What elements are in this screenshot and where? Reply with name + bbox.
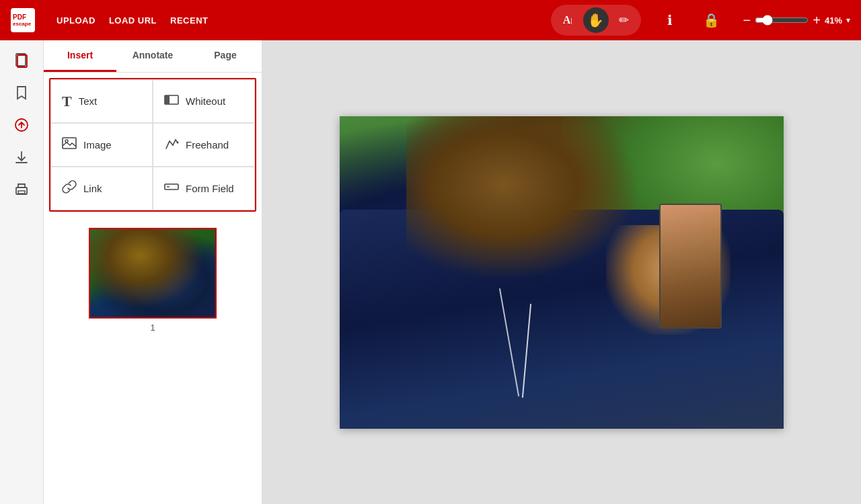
thumbnail-person bbox=[90, 229, 215, 317]
zoom-slider[interactable] bbox=[755, 15, 809, 26]
load-url-link[interactable]: LOAD URL bbox=[109, 15, 157, 26]
tab-annotate[interactable]: Annotate bbox=[116, 40, 189, 72]
sidebar bbox=[0, 40, 44, 504]
form-field-icon bbox=[164, 179, 179, 198]
svg-text:PDF: PDF bbox=[13, 13, 26, 21]
zoom-out-button[interactable]: − bbox=[743, 13, 751, 28]
svg-rect-10 bbox=[63, 138, 76, 149]
page-thumbnail-1[interactable] bbox=[89, 228, 217, 319]
pdf-image bbox=[340, 116, 784, 429]
text-cursor-tool[interactable]: A| bbox=[555, 7, 581, 33]
sidebar-icon-save-online[interactable] bbox=[8, 112, 35, 138]
sidebar-icon-pages[interactable] bbox=[8, 47, 35, 74]
lock-tool[interactable]: 🔒 bbox=[699, 7, 724, 33]
insert-form-field[interactable]: Form Field bbox=[153, 167, 255, 210]
topbar: PDF escape PDFescape UPLOAD LOAD URL REC… bbox=[0, 0, 861, 40]
link-icon bbox=[62, 179, 77, 198]
thumbnail-image bbox=[90, 229, 215, 317]
svg-point-12 bbox=[177, 142, 179, 144]
sidebar-icon-download[interactable] bbox=[8, 144, 35, 171]
insert-link[interactable]: Link bbox=[50, 167, 153, 210]
tool-group: A| ✋ ✏ bbox=[551, 5, 641, 36]
insert-whiteout[interactable]: Whiteout bbox=[153, 79, 255, 123]
insert-link-label: Link bbox=[83, 183, 102, 194]
insert-text-label: Text bbox=[79, 95, 98, 107]
insert-image-label: Image bbox=[83, 139, 112, 151]
upload-link[interactable]: UPLOAD bbox=[57, 15, 96, 26]
zoom-in-button[interactable]: + bbox=[813, 13, 821, 28]
insert-whiteout-label: Whiteout bbox=[186, 95, 225, 107]
content-area bbox=[262, 40, 861, 504]
insert-text[interactable]: T Text bbox=[50, 79, 153, 123]
recent-link[interactable]: RECENT bbox=[170, 15, 208, 26]
zoom-label[interactable]: 41% bbox=[825, 15, 842, 26]
svg-rect-7 bbox=[18, 191, 25, 194]
whiteout-icon bbox=[164, 92, 179, 110]
insert-image[interactable]: Image bbox=[50, 123, 153, 167]
tab-page[interactable]: Page bbox=[189, 40, 262, 72]
page-number-1: 1 bbox=[150, 323, 155, 333]
sidebar-icon-bookmark[interactable] bbox=[8, 79, 35, 106]
insert-form-field-label: Form Field bbox=[186, 183, 234, 194]
logo[interactable]: PDF escape PDFescape bbox=[11, 8, 38, 32]
svg-text:escape: escape bbox=[13, 21, 32, 27]
insert-freehand-label: Freehand bbox=[186, 139, 229, 151]
sidebar-icon-print[interactable] bbox=[8, 176, 35, 203]
logo-icon: PDF escape bbox=[11, 8, 35, 32]
freehand-icon bbox=[164, 136, 179, 154]
zoom-dropdown-arrow[interactable]: ▾ bbox=[846, 15, 850, 25]
hand-tool[interactable]: ✋ bbox=[583, 7, 609, 33]
svg-rect-9 bbox=[165, 95, 170, 104]
tab-insert[interactable]: Insert bbox=[44, 40, 116, 72]
tab-bar: Insert Annotate Page bbox=[44, 40, 262, 73]
info-tool[interactable]: ℹ bbox=[657, 7, 683, 33]
pdf-page bbox=[340, 116, 784, 429]
image-icon bbox=[62, 136, 77, 154]
main-area: Insert Annotate Page T Text Whiteout bbox=[0, 40, 861, 504]
zoom-group: − + 41% ▾ bbox=[743, 13, 850, 28]
insert-freehand[interactable]: Freehand bbox=[153, 123, 255, 167]
panel: Insert Annotate Page T Text Whiteout bbox=[44, 40, 262, 504]
page-thumbnail-area: 1 bbox=[44, 217, 262, 504]
pencil-tool[interactable]: ✏ bbox=[611, 7, 637, 33]
insert-grid: T Text Whiteout bbox=[49, 78, 256, 212]
text-icon: T bbox=[62, 93, 72, 110]
